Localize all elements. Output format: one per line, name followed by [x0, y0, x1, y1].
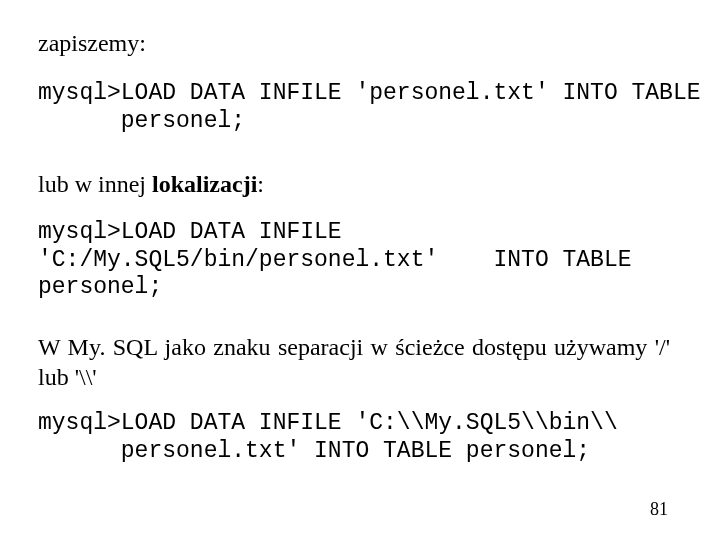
code-block-1: mysql>LOAD DATA INFILE 'personel.txt' IN…	[38, 80, 670, 135]
paragraph-location: lub w innej lokalizacji:	[38, 169, 670, 199]
code-block-2: mysql>LOAD DATA INFILE 'C:/My.SQL5/bin/p…	[38, 219, 670, 302]
para2-pre: lub w innej	[38, 171, 152, 197]
para2-post: :	[257, 171, 264, 197]
code-block-3: mysql>LOAD DATA INFILE 'C:\\My.SQL5\\bin…	[38, 410, 670, 465]
paragraph-intro: zapiszemy:	[38, 28, 670, 58]
para2-bold: lokalizacji	[152, 171, 257, 197]
paragraph-separator-note: W My. SQL jako znaku separacji w ścieżce…	[38, 332, 670, 392]
page-number: 81	[650, 499, 668, 520]
document-page: zapiszemy: mysql>LOAD DATA INFILE 'perso…	[0, 0, 720, 540]
